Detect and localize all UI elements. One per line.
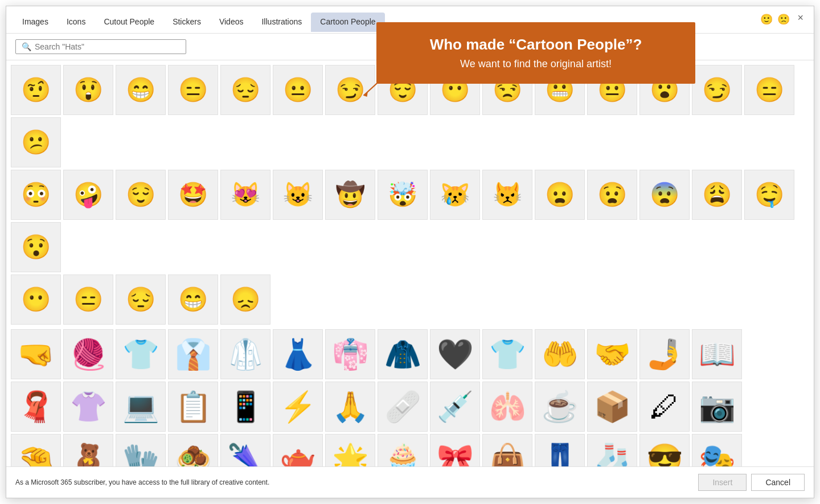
faces-grid-row2: 😳 🤪 😌 🤩 😻 😺 🤠 🤯 😿 😾 😦 😧 😨 😩 🤤 😯 bbox=[11, 170, 809, 272]
face-emoji-2: 😲 bbox=[73, 78, 103, 102]
face-cell-14[interactable]: 😏 bbox=[692, 65, 742, 115]
tab-images[interactable]: Images bbox=[13, 13, 58, 32]
content-area: 🤨 😲 😁 😑 😔 😐 😏 😌 😶 😒 😬 😐 😮 😏 😑 😕 😳 🤪 😌 🤩 … bbox=[6, 60, 814, 466]
body-cell-7[interactable]: 👘 bbox=[325, 329, 375, 379]
body-cell-1[interactable]: 🤜 bbox=[11, 329, 61, 379]
face-cell-29[interactable]: 😨 bbox=[639, 170, 690, 220]
face-cell-4[interactable]: 😑 bbox=[168, 65, 218, 115]
face-cell-18[interactable]: 🤪 bbox=[63, 170, 113, 220]
face-cell-19[interactable]: 😌 bbox=[116, 170, 166, 220]
face-cell-25[interactable]: 😿 bbox=[430, 170, 480, 220]
tab-cutout-people[interactable]: Cutout People bbox=[95, 13, 163, 32]
face-cell-34[interactable]: 😑 bbox=[63, 274, 113, 325]
body-emoji-15: 🧣 bbox=[18, 392, 55, 421]
face-cell-6[interactable]: 😐 bbox=[273, 65, 323, 115]
body-emoji-28: 📷 bbox=[699, 392, 736, 421]
body-cell-10[interactable]: 👕 bbox=[482, 329, 532, 379]
body-cell-42[interactable]: 🎭 bbox=[692, 434, 742, 466]
body-emoji-41: 😎 bbox=[646, 444, 683, 466]
body-cell-18[interactable]: 📋 bbox=[168, 382, 218, 432]
body-cell-24[interactable]: 🫁 bbox=[482, 382, 532, 432]
body-cell-29[interactable]: 🤏 bbox=[11, 434, 61, 466]
face-cell-26[interactable]: 😾 bbox=[482, 170, 532, 220]
body-cell-14[interactable]: 📖 bbox=[692, 329, 742, 379]
face-cell-35[interactable]: 😔 bbox=[116, 274, 166, 325]
face-cell-15[interactable]: 😑 bbox=[744, 65, 794, 115]
body-emoji-8: 🧥 bbox=[384, 339, 421, 369]
body-cell-32[interactable]: 🧆 bbox=[168, 434, 218, 466]
tab-illustrations[interactable]: Illustrations bbox=[252, 13, 311, 32]
face-cell-22[interactable]: 😺 bbox=[273, 170, 323, 220]
body-cell-39[interactable]: 👖 bbox=[535, 434, 585, 466]
search-input-wrap: 🔍 bbox=[15, 39, 186, 54]
body-cell-16[interactable]: 👚 bbox=[63, 382, 113, 432]
body-cell-41[interactable]: 😎 bbox=[639, 434, 690, 466]
face-cell-32[interactable]: 😯 bbox=[11, 222, 61, 272]
body-cell-27[interactable]: 🖊 bbox=[639, 382, 690, 432]
face-cell-31[interactable]: 🤤 bbox=[744, 170, 794, 220]
face-cell-16[interactable]: 😕 bbox=[11, 117, 61, 167]
body-cell-23[interactable]: 💉 bbox=[430, 382, 480, 432]
close-button[interactable]: × bbox=[794, 11, 807, 25]
body-cell-34[interactable]: 🫖 bbox=[273, 434, 323, 466]
face-emoji-4: 😑 bbox=[178, 78, 208, 102]
face-cell-33[interactable]: 😶 bbox=[11, 274, 61, 325]
body-cell-6[interactable]: 👗 bbox=[273, 329, 323, 379]
body-cell-3[interactable]: 👕 bbox=[116, 329, 166, 379]
body-cell-25[interactable]: ☕ bbox=[535, 382, 585, 432]
body-cell-40[interactable]: 🧦 bbox=[587, 434, 637, 466]
body-cell-30[interactable]: 🧸 bbox=[63, 434, 113, 466]
body-emoji-29: 🤏 bbox=[18, 444, 55, 466]
body-cell-36[interactable]: 🧁 bbox=[378, 434, 428, 466]
body-cell-15[interactable]: 🧣 bbox=[11, 382, 61, 432]
sad-icon[interactable]: 🙁 bbox=[777, 13, 790, 26]
body-cell-37[interactable]: 🎀 bbox=[430, 434, 480, 466]
tab-icons[interactable]: Icons bbox=[58, 13, 95, 32]
face-cell-1[interactable]: 🤨 bbox=[11, 65, 61, 115]
face-cell-5[interactable]: 😔 bbox=[220, 65, 270, 115]
tab-cartoon-people[interactable]: Cartoon People bbox=[311, 13, 384, 32]
face-cell-30[interactable]: 😩 bbox=[692, 170, 742, 220]
body-cell-21[interactable]: 🙏 bbox=[325, 382, 375, 432]
body-cell-4[interactable]: 👔 bbox=[168, 329, 218, 379]
svg-marker-1 bbox=[364, 91, 368, 97]
face-cell-36[interactable]: 😁 bbox=[168, 274, 218, 325]
happy-icon[interactable]: 🙂 bbox=[760, 13, 773, 26]
body-cell-5[interactable]: 🥼 bbox=[220, 329, 270, 379]
insert-button[interactable]: Insert bbox=[698, 474, 747, 491]
body-cell-17[interactable]: 💻 bbox=[116, 382, 166, 432]
body-emoji-27: 🖊 bbox=[650, 392, 679, 421]
body-cell-26[interactable]: 📦 bbox=[587, 382, 637, 432]
tab-stickers[interactable]: Stickers bbox=[163, 13, 210, 32]
body-cell-11[interactable]: 🤲 bbox=[535, 329, 585, 379]
face-cell-37[interactable]: 😞 bbox=[220, 274, 270, 325]
body-cell-22[interactable]: 🩹 bbox=[378, 382, 428, 432]
face-cell-21[interactable]: 😻 bbox=[220, 170, 270, 220]
body-cell-31[interactable]: 🧤 bbox=[116, 434, 166, 466]
face-cell-17[interactable]: 😳 bbox=[11, 170, 61, 220]
face-cell-28[interactable]: 😧 bbox=[587, 170, 637, 220]
body-cell-13[interactable]: 🤳 bbox=[639, 329, 690, 379]
body-cell-9[interactable]: 🖤 bbox=[430, 329, 480, 379]
body-cell-8[interactable]: 🧥 bbox=[378, 329, 428, 379]
body-cell-20[interactable]: ⚡ bbox=[273, 382, 323, 432]
face-cell-27[interactable]: 😦 bbox=[535, 170, 585, 220]
face-cell-20[interactable]: 🤩 bbox=[168, 170, 218, 220]
search-icon: 🔍 bbox=[22, 42, 31, 51]
body-cell-2[interactable]: 🧶 bbox=[63, 329, 113, 379]
face-cell-2[interactable]: 😲 bbox=[63, 65, 113, 115]
search-input[interactable] bbox=[35, 42, 180, 51]
body-cell-19[interactable]: 📱 bbox=[220, 382, 270, 432]
callout-subtitle: We want to find the original artist! bbox=[395, 58, 677, 70]
body-cell-35[interactable]: 🌟 bbox=[325, 434, 375, 466]
face-emoji-3: 😁 bbox=[126, 78, 155, 102]
face-cell-3[interactable]: 😁 bbox=[116, 65, 166, 115]
body-cell-33[interactable]: 🌂 bbox=[220, 434, 270, 466]
body-cell-28[interactable]: 📷 bbox=[692, 382, 742, 432]
tab-videos[interactable]: Videos bbox=[210, 13, 253, 32]
face-cell-23[interactable]: 🤠 bbox=[325, 170, 375, 220]
face-cell-24[interactable]: 🤯 bbox=[378, 170, 428, 220]
cancel-button[interactable]: Cancel bbox=[751, 474, 805, 491]
body-cell-12[interactable]: 🤝 bbox=[587, 329, 637, 379]
body-cell-38[interactable]: 👜 bbox=[482, 434, 532, 466]
